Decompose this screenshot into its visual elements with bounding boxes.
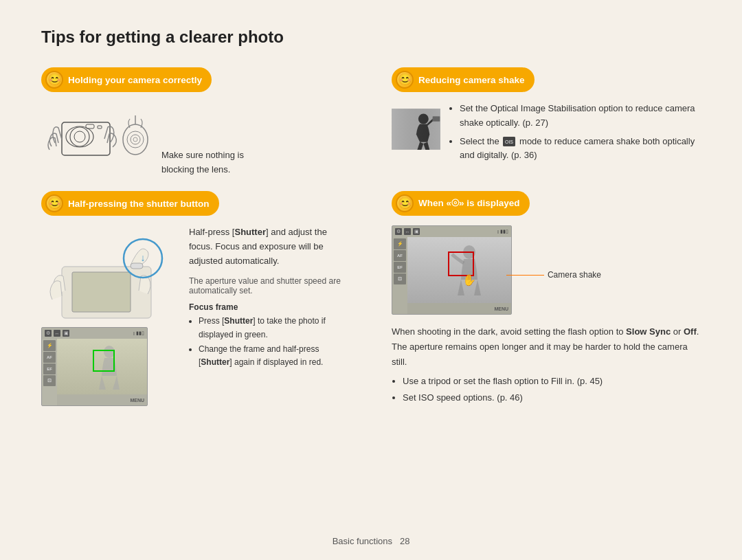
reducing-header: Reducing camera shake: [392, 67, 535, 92]
when-smile-icon: [396, 194, 414, 212]
svg-rect-21: [131, 263, 143, 269]
when-cam-toolbar: ⚙ ↔ ▣ I ▮▮▯: [392, 226, 511, 237]
cam-icon-ef: EF: [43, 363, 56, 374]
holding-section: Holding your camera correctly: [41, 67, 350, 177]
holding-text: Make sure nothing is blocking the lens.: [161, 148, 244, 177]
reducing-illustration: [392, 102, 440, 157]
focus-frame-bullets: Press [Shutter] to take the photo if dis…: [189, 315, 350, 369]
content-grid: Holding your camera correctly: [41, 67, 701, 414]
page-title: Tips for getting a clearer photo: [41, 27, 701, 47]
halfpress-text-area: Half-press [Shutter] and adjust the focu…: [189, 225, 350, 370]
when-camera-screen: ⚙ ↔ ▣ I ▮▮▯ ⚡ AF EF: [392, 225, 512, 315]
w-cam-battery: I ▮▮▯: [497, 229, 508, 234]
halfpress-smile-icon: [45, 194, 63, 212]
when-cam-menu-bar: MENU: [407, 303, 511, 314]
svg-point-8: [127, 131, 144, 148]
halfpress-main-text: Half-press [Shutter] and adjust the focu…: [189, 225, 350, 268]
halfpress-illustration: ↓: [41, 225, 172, 322]
when-header-label: When «⦾» is displayed: [418, 198, 520, 209]
camera-hold-illustration: [41, 102, 158, 177]
svg-text:✋: ✋: [462, 273, 476, 287]
cam-icon-af: AF: [43, 352, 56, 363]
w-icon-flash: ⚡: [394, 238, 406, 249]
ois-mode-icon: OIS: [503, 137, 515, 146]
w-cam-icon-1: ⚙: [395, 228, 402, 235]
holding-header-label: Holding your camera correctly: [68, 75, 202, 85]
holding-illustrations: Make sure nothing is blocking the lens.: [41, 102, 350, 177]
page-number: 28: [400, 536, 409, 546]
cam-icon-1: ⚙: [45, 330, 52, 337]
svg-point-3: [74, 131, 85, 142]
when-bottom-text: When shooting in the dark, avoid setting…: [392, 324, 701, 405]
svg-text:OIS: OIS: [505, 139, 513, 144]
w-cam-icon-2: ↔: [404, 228, 411, 235]
cam-scene-left: [58, 338, 147, 395]
focus-frame-label: Focus frame: [189, 302, 350, 312]
aperture-text: The aperture value and shutter speed are…: [189, 276, 350, 295]
holding-smile-icon: [45, 71, 63, 89]
when-bullet-1: Use a tripod or set the flash option to …: [403, 374, 701, 389]
reducing-section: Reducing camera shake: [392, 67, 701, 177]
halfpress-section: Half-pressing the shutter button: [41, 191, 350, 414]
when-section: When «⦾» is displayed ⚙ ↔ ▣ I ▮▮▯: [392, 191, 701, 414]
svg-point-9: [131, 135, 140, 144]
when-header: When «⦾» is displayed: [392, 191, 530, 216]
reducing-header-label: Reducing camera shake: [418, 75, 525, 85]
cam-left-icons: ⚡ AF EF ⊡: [42, 339, 57, 405]
halfpress-header: Half-pressing the shutter button: [41, 191, 219, 216]
cam-toolbar: ⚙ ↔ ▣ I ▮▮▯: [42, 328, 147, 339]
svg-point-2: [70, 127, 89, 146]
halfpress-header-label: Half-pressing the shutter button: [68, 199, 210, 209]
when-cam-left-icons: ⚡ AF EF ⊡: [392, 237, 407, 314]
reducing-content: Set the Optical Image Stabilisation opti…: [392, 102, 701, 167]
w-icon-ef: EF: [394, 262, 406, 273]
reducing-bullet-2: Select the OIS mode to reduce camera sha…: [460, 135, 701, 164]
w-icon-timer: ⊡: [394, 273, 406, 284]
focus-bullet-1: Press [Shutter] to take the photo if dis…: [199, 315, 350, 341]
camera-shake-indicator: Camera shake: [506, 270, 601, 280]
focus-bullet-2: Change the frame and half-press [Shutter…: [199, 343, 350, 369]
when-cam-scene: ✋: [407, 237, 510, 304]
reducing-smile-icon: [396, 71, 414, 89]
w-cam-icon-3: ▣: [413, 228, 420, 235]
shake-label: Camera shake: [548, 270, 601, 280]
reducing-bullet-1: Set the Optical Image Stabilisation opti…: [460, 102, 701, 131]
cam-icon-flash: ⚡: [43, 340, 56, 351]
holding-header: Holding your camera correctly: [41, 67, 212, 92]
when-content: ⚙ ↔ ▣ I ▮▮▯ ⚡ AF EF: [392, 225, 701, 315]
when-bullets: Use a tripod or set the flash option to …: [392, 374, 701, 405]
halfpress-content: ↓ ⚙ ↔ ▣: [41, 225, 350, 414]
when-bullet-2: Set ISO speed options. (p. 46): [403, 390, 701, 405]
svg-point-6: [123, 124, 148, 155]
halfpress-left: ↓ ⚙ ↔ ▣: [41, 225, 179, 414]
svg-text:↓: ↓: [141, 252, 146, 263]
cam-icon-2: ↔: [54, 330, 60, 337]
svg-rect-5: [98, 126, 102, 128]
svg-rect-14: [392, 109, 440, 150]
cam-menu-bar: MENU: [57, 394, 147, 405]
w-icon-af: AF: [394, 250, 406, 261]
cam-icon-3: ▣: [63, 330, 69, 337]
svg-rect-18: [72, 272, 131, 312]
reducing-text: Set the Optical Image Stabilisation opti…: [449, 102, 701, 167]
page: Tips for getting a clearer photo Holding…: [0, 0, 742, 560]
halfpress-camera-screen: ⚙ ↔ ▣ I ▮▮▯ ⚡ AF: [41, 327, 148, 406]
footer-text: Basic functions: [333, 536, 392, 546]
when-intro-text: When shooting in the dark, avoid setting…: [392, 324, 701, 370]
cam-battery: I ▮▮▯: [133, 331, 144, 336]
svg-point-10: [133, 137, 137, 142]
page-footer: Basic functions 28: [0, 536, 742, 546]
cam-icon-timer: ⊡: [43, 375, 56, 386]
svg-point-22: [104, 346, 115, 358]
